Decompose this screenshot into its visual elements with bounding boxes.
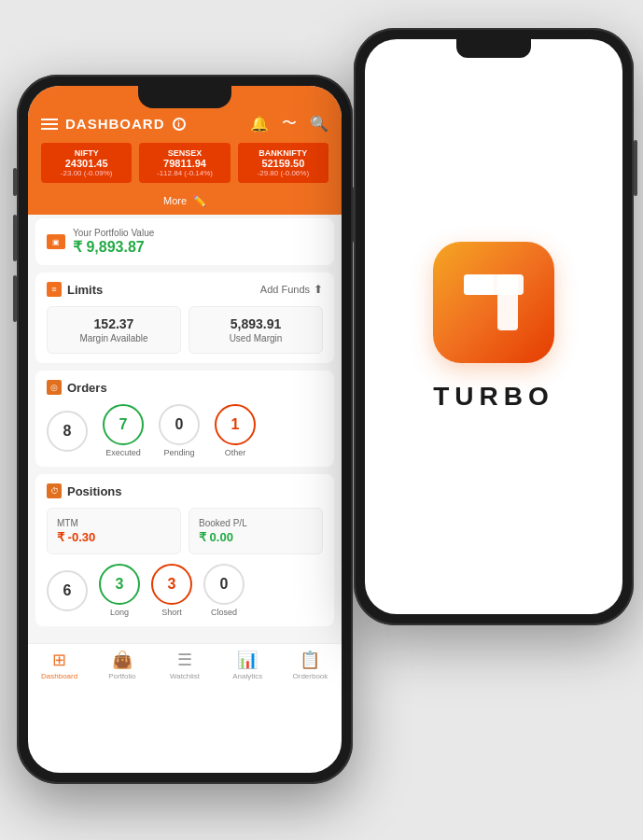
right-phone-side-button [634,140,637,196]
orders-icon: ◎ [47,380,62,395]
positions-title-row: ⏱ Positions [47,483,122,498]
order-executed-circle: 7 [103,404,144,445]
more-row: More ✏️ [28,194,342,215]
booked-pl-label: Booked P/L [199,518,313,528]
right-phone: TURBO [354,28,634,625]
nifty-value: 24301.45 [50,158,122,169]
positions-header: ⏱ Positions [47,483,323,498]
bell-icon[interactable]: 🔔 [250,115,269,133]
right-phone-screen: TURBO [365,39,622,614]
nav-dashboard[interactable]: ⊞ Dashboard [28,650,91,680]
positions-grid: MTM ₹ -0.30 Booked P/L ₹ 0.00 [47,508,323,554]
position-closed-circle: 3 [151,564,192,605]
ticker-row: NIFTY 24301.45 -23.00 (-0.09%) SENSEX 79… [28,143,342,194]
search-icon[interactable]: 🔍 [310,115,328,133]
nifty-change: -23.00 (-0.09%) [50,169,122,177]
header-icons: 🔔 〜 🔍 [250,114,328,133]
app-content: ▣ Your Portfolio Value ₹ 9,893.87 ≡ Lim [28,215,342,643]
orders-title-row: ◎ Orders [47,380,107,395]
position-long-circle: 6 [47,570,88,611]
limits-icon: ≡ [47,282,62,297]
order-pending: 0 Pending [159,404,200,457]
orders-section: ◎ Orders 8 [35,371,334,467]
portfolio-label: Your Portfolio Value [73,228,154,238]
portfolio-info: Your Portfolio Value ₹ 9,893.87 [73,228,154,256]
nav-watchlist[interactable]: ☰ Watchlist [153,650,216,680]
position-zero-item: 0 Closed [203,564,245,617]
order-executed-label: Executed [105,448,141,457]
more-label[interactable]: More [163,195,187,206]
right-phone-frame: TURBO [354,28,634,625]
turbo-t-svg [456,265,531,340]
booked-pl-box: Booked P/L ₹ 0.00 [189,508,323,554]
ticker-banknifty[interactable]: BANKNIFTY 52159.50 -29.80 (-0.06%) [238,143,328,183]
sensex-name: SENSEX [148,148,220,158]
position-long-item: 6 [47,570,88,611]
portfolio-icon: ▣ [47,234,65,249]
chart-icon[interactable]: 〜 [282,114,297,133]
mtm-box: MTM ₹ -0.30 [47,508,181,554]
order-executed: 7 Executed [103,404,144,457]
used-margin-value: 5,893.91 [199,316,313,331]
edit-icon[interactable]: ✏️ [192,194,206,207]
add-funds-icon: ⬆ [314,283,323,296]
watchlist-nav-icon: ☰ [177,650,192,670]
order-total: 8 [47,411,88,452]
bottom-nav: ⊞ Dashboard 👜 Portfolio ☰ Watchlist 📊 An… [28,643,342,684]
ticker-sensex[interactable]: SENSEX 79811.94 -112.84 (-0.14%) [139,143,230,183]
orderbook-nav-label: Orderbook [293,672,328,680]
portfolio-section: ▣ Your Portfolio Value ₹ 9,893.87 [35,218,334,265]
position-zero-circle: 0 [203,564,245,605]
portfolio-value: ₹ 9,893.87 [73,238,154,256]
positions-row: 6 3 Long 3 [47,564,323,617]
limits-title-row: ≡ Limits [47,282,103,297]
dashboard-nav-label: Dashboard [41,672,77,680]
nifty-name: NIFTY [50,148,122,158]
position-short-label: Short [161,608,182,617]
orders-row: 8 7 Executed 0 [47,404,323,457]
hamburger-menu[interactable] [41,119,58,130]
info-icon[interactable]: i [173,118,186,131]
positions-section: ⏱ Positions MTM ₹ -0.30 Booked P/L [35,474,334,626]
booked-pl-value: ₹ 0.00 [199,530,313,544]
scene: DASHBOARD i 🔔 〜 🔍 NIFTY 24301.45 -23.00 … [0,0,643,840]
order-other: 1 Other [215,404,256,457]
left-phone-screen: DASHBOARD i 🔔 〜 🔍 NIFTY 24301.45 -23.00 … [28,86,342,773]
orderbook-nav-icon: 📋 [300,650,320,670]
nav-portfolio[interactable]: 👜 Portfolio [91,650,153,680]
left-side-button-3 [13,275,17,322]
analytics-nav-label: Analytics [232,672,262,680]
turbo-icon [433,242,554,363]
header-title: DASHBOARD [65,116,165,132]
left-phone-frame: DASHBOARD i 🔔 〜 🔍 NIFTY 24301.45 -23.00 … [17,75,353,784]
mtm-value: ₹ -0.30 [57,530,171,544]
position-closed-label: Closed [211,608,237,617]
orders-title: Orders [67,381,107,395]
svg-rect-3 [469,295,494,332]
positions-title: Positions [67,484,122,498]
left-side-button-1 [13,168,17,196]
sensex-value: 79811.94 [148,158,220,169]
turbo-wordmark: TURBO [433,382,554,412]
banknifty-value: 52159.50 [247,158,319,169]
turbo-logo-container: TURBO [433,242,554,412]
nav-analytics[interactable]: 📊 Analytics [217,650,279,680]
orders-header: ◎ Orders [47,380,323,395]
limits-title: Limits [67,283,103,297]
order-pending-label: Pending [163,448,194,457]
nav-orderbook[interactable]: 📋 Orderbook [279,650,342,680]
ticker-nifty[interactable]: NIFTY 24301.45 -23.00 (-0.09%) [41,143,132,183]
add-funds-button[interactable]: Add Funds ⬆ [260,283,323,296]
add-funds-label: Add Funds [260,284,310,295]
limits-header: ≡ Limits Add Funds ⬆ [47,282,323,297]
sensex-change: -112.84 (-0.14%) [148,169,220,177]
order-total-circle: 8 [47,411,88,452]
used-margin-label: Used Margin [199,333,313,343]
margin-available-label: Margin Available [57,333,171,343]
svg-rect-1 [497,274,518,330]
svg-rect-2 [464,274,494,295]
position-short-circle: 3 [99,564,140,605]
right-notch [456,39,531,58]
position-long-label: Long [110,608,129,617]
order-other-circle: 1 [215,404,256,445]
